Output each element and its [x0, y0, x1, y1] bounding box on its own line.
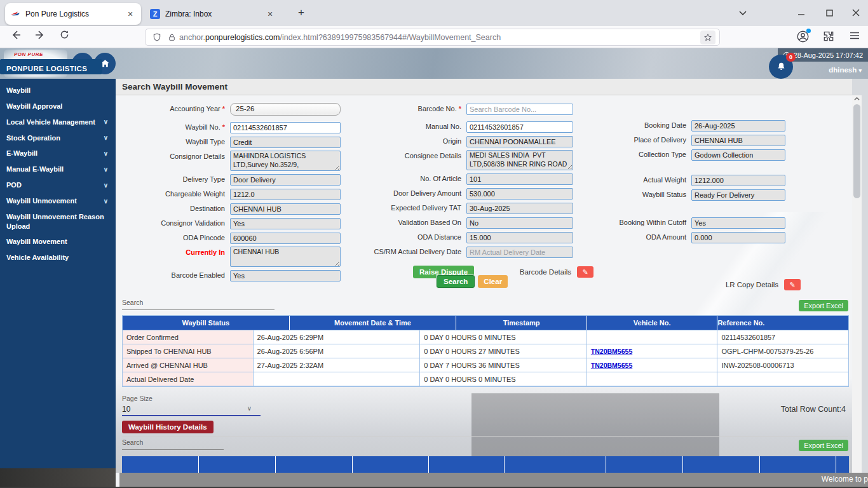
history-column-header[interactable]	[836, 456, 849, 473]
sidebar-item[interactable]: POD ∨	[0, 177, 116, 193]
table-row: Shipped To CHENNAI HUB 26-Aug-2025 6:56P…	[123, 344, 848, 358]
cell-waybill-status: Arrived @ CHENNAI HUB	[123, 358, 254, 372]
oda-distance-label: ODA Distance	[371, 231, 466, 241]
cell-reference-no	[717, 372, 848, 386]
sidebar-item[interactable]: Waybill Movement	[0, 234, 116, 250]
sidebar-item-label: Waybill Approval	[6, 102, 62, 111]
vertical-scrollbar[interactable]	[852, 95, 862, 480]
field-validation-based-on: Validation Based On	[371, 217, 593, 229]
column-header[interactable]: Waybill Status	[123, 316, 290, 330]
column-header[interactable]: Timestamp	[456, 316, 587, 330]
cell-movement-datetime: 26-Aug-2025 6:56PM	[254, 344, 421, 358]
column-header[interactable]: Movement Date & Time	[290, 316, 457, 330]
sidebar-item-label: Waybill Unmovement	[6, 196, 77, 206]
browser-tab-strip: Pon Pure Logistics × Z Zimbra: Inbox × +	[0, 0, 868, 26]
shield-icon[interactable]	[153, 32, 161, 42]
history-column-header[interactable]	[353, 456, 429, 473]
back-button[interactable]	[8, 30, 24, 42]
sidebar-item[interactable]: Local Vehicle Management ∨	[0, 114, 116, 130]
export-excel-button[interactable]: Export Excel	[799, 440, 848, 451]
sidebar-item[interactable]: Waybill Unmovement Reason Upload	[0, 209, 116, 234]
page-size-select[interactable]: 10 ∨	[122, 405, 261, 416]
page-size-label: Page Size	[122, 395, 261, 402]
window-close-button[interactable]	[845, 3, 867, 22]
barcode-no-input[interactable]	[466, 104, 573, 115]
history-column-header[interactable]	[760, 456, 836, 473]
notification-count-badge: 0	[786, 53, 796, 62]
tab-title: Pon Pure Logistics	[25, 10, 125, 18]
field-booking-within-cutoff: Booking Within Cutoff	[616, 217, 801, 229]
tab-close-icon[interactable]: ×	[125, 9, 136, 19]
divider	[122, 436, 848, 437]
consignee-details-label: Consignee Details	[371, 150, 466, 159]
field-consignee-details: Consignee Details MEDI SALES INDIA PVT L…	[371, 150, 593, 170]
history-column-header[interactable]	[122, 456, 199, 473]
search-button[interactable]: Search	[437, 275, 475, 288]
sidebar-item[interactable]: Stock Operation ∨	[0, 130, 116, 146]
sidebar-item[interactable]: Waybill	[0, 83, 116, 98]
window-minimize-button[interactable]	[790, 3, 812, 22]
account-icon[interactable]	[796, 30, 810, 43]
collection-type-label: Collection Type	[616, 149, 691, 158]
booking-within-cutoff-input	[691, 217, 785, 229]
lr-copy-details-edit-button[interactable]: ✎	[784, 279, 801, 290]
reload-button[interactable]	[56, 30, 72, 41]
sidebar-item[interactable]: Waybill Unmovement ∨	[0, 193, 116, 209]
consignee-details-textarea: MEDI SALES INDIA PVT LTD,508/3B INNER RI…	[466, 150, 573, 170]
table-search-input[interactable]: Search	[122, 299, 275, 310]
column-header[interactable]: Reference No.	[717, 316, 764, 330]
history-column-header[interactable]	[683, 456, 760, 473]
forward-button[interactable]	[32, 30, 48, 42]
new-tab-button[interactable]: +	[294, 6, 309, 19]
tab-zimbra-inbox[interactable]: Z Zimbra: Inbox ×	[145, 3, 281, 25]
tab-pon-pure-logistics[interactable]: Pon Pure Logistics ×	[5, 3, 141, 25]
waybill-no-input[interactable]	[230, 122, 341, 133]
tab-list-chevron-icon[interactable]	[732, 3, 754, 22]
notifications-bell-button[interactable]: 0	[769, 55, 793, 79]
history-column-header[interactable]	[199, 456, 276, 473]
movement-table-tools: Search Export Excel	[122, 299, 848, 315]
sidebar-item[interactable]: E-Waybill ∨	[0, 146, 116, 161]
sidebar-item[interactable]: Vehicle Availability	[0, 250, 116, 266]
history-table-tools: Search Export Excel	[122, 438, 848, 455]
oda-amount-input	[691, 232, 785, 243]
history-search-input[interactable]: Search	[122, 438, 224, 450]
sidebar-item[interactable]: Manual E-Waybill ∨	[0, 161, 116, 177]
scroll-up-icon[interactable]	[852, 95, 862, 104]
window-maximize-button[interactable]	[818, 3, 840, 22]
sidebar-item[interactable]: Waybill Approval	[0, 98, 116, 114]
bell-icon	[776, 61, 787, 72]
lock-icon[interactable]	[168, 33, 176, 42]
history-column-header[interactable]	[606, 456, 683, 473]
vehicle-link[interactable]: TN20BM5655	[591, 348, 632, 355]
oda-amount-label: ODA Amount	[616, 231, 691, 241]
field-delivery-type: Delivery Type	[121, 173, 353, 186]
scrollbar-thumb[interactable]	[853, 104, 860, 198]
address-bar[interactable]: anchor.ponpurelogistics.com/index.html?6…	[145, 29, 720, 46]
table-row: Order Confirmed 26-Aug-2025 6:29PM 0 DAY…	[123, 330, 848, 344]
history-column-header[interactable]	[429, 456, 505, 473]
manual-no-input[interactable]	[466, 121, 573, 133]
lr-copy-details-label: LR Copy Details	[726, 281, 778, 288]
chevron-down-icon: ∨	[104, 118, 108, 126]
header-menu-button[interactable]: PONPURE LOGISTICS	[0, 59, 102, 74]
export-excel-button[interactable]: Export Excel	[799, 300, 848, 311]
clear-button[interactable]: Clear	[478, 275, 508, 288]
cs-rm-actual-delivery-date-input[interactable]	[466, 247, 573, 258]
history-column-header[interactable]	[505, 456, 606, 473]
waybill-status-input	[691, 189, 785, 201]
bookmark-star-icon[interactable]	[700, 30, 715, 44]
tab-close-icon[interactable]: ×	[264, 9, 276, 19]
vehicle-link[interactable]: TN20BM5655	[591, 362, 632, 369]
user-menu[interactable]: dhinesh ▾	[829, 66, 862, 74]
history-column-header[interactable]	[276, 456, 353, 473]
browser-menu-icon[interactable]	[849, 30, 860, 41]
waybill-history-details-button[interactable]: Waybill History Details	[122, 421, 214, 433]
door-delivery-amount-input	[466, 188, 573, 200]
column-header[interactable]: Vehicle No.	[587, 316, 718, 330]
booking-date-input	[691, 120, 785, 132]
extensions-puzzle-icon[interactable]	[822, 30, 835, 43]
origin-input	[466, 136, 573, 147]
accounting-year-select[interactable]: 25-26	[230, 103, 341, 116]
barcode-details-edit-button[interactable]: ✎	[577, 266, 593, 278]
